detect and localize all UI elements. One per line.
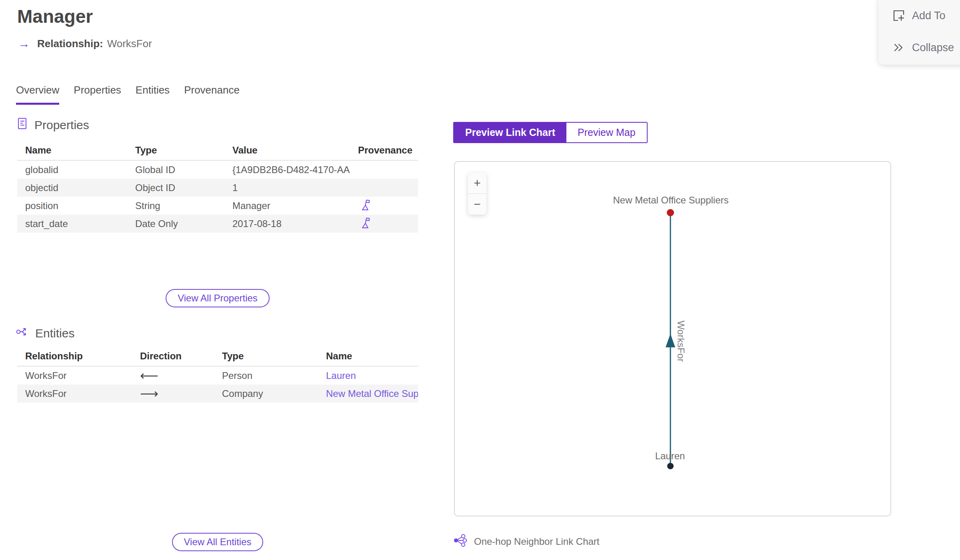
actions-panel: Add To Collapse [878,0,960,65]
prop-provenance [350,198,418,213]
properties-icon [16,117,29,133]
provenance-flag-icon[interactable] [360,216,372,231]
link-chart-panel: + − New Metal Office Suppliers WorksFor … [454,161,891,516]
prop-type: Date Only [127,218,224,229]
prop-type: Object ID [127,182,224,193]
prop-type: Global ID [127,164,224,175]
chart-caption: One-hop Neighbor Link Chart [453,534,600,549]
entities-icon [16,326,30,341]
node-label-top[interactable]: New Metal Office Suppliers [613,195,728,206]
edge-label[interactable]: WorksFor [675,321,686,362]
prop-value: {1A9DB2B6-D482-4170-AA... [224,164,350,175]
collapse-label: Collapse [912,42,954,54]
provenance-flag-icon[interactable] [360,198,372,213]
prop-value: 2017-08-18 [224,218,350,229]
direction-arrow-icon: ⟵ [132,368,214,383]
tab-entities[interactable]: Entities [136,84,170,105]
collapse-button[interactable]: Collapse [878,36,960,59]
node-label-bottom[interactable]: Lauren [655,450,685,462]
properties-table: Name Type Value Provenance globalid Glob… [17,141,418,233]
col-type: Type [127,145,224,156]
prop-name: globalid [17,164,127,175]
prop-name: position [17,200,127,211]
col-direction: Direction [132,351,214,362]
prop-value: Manager [224,200,350,211]
zoom-in-button[interactable]: + [468,173,486,193]
prop-name: objectid [17,182,127,193]
entities-section-heading: Entities [16,326,74,341]
entity-detail-page: Manager → Relationship: WorksFor Add To [0,0,960,560]
double-chevron-right-icon [891,40,906,55]
col-provenance: Provenance [350,145,418,156]
entities-heading-label: Entities [35,327,74,340]
prop-provenance [350,216,418,231]
page-title: Manager [17,6,93,27]
add-to-label: Add To [912,10,946,22]
link-chart-icon [453,534,468,549]
tab-overview[interactable]: Overview [16,84,59,105]
node-dot-company[interactable] [667,209,674,216]
preview-map-button[interactable]: Preview Map [566,123,647,142]
tab-provenance[interactable]: Provenance [184,84,240,105]
table-row: position String Manager [17,197,418,215]
ent-relationship: WorksFor [17,370,132,381]
prop-type: String [127,200,224,211]
view-all-entities-button[interactable]: View All Entities [172,533,264,551]
view-all-properties-button[interactable]: View All Properties [166,289,270,307]
ent-type: Person [214,370,318,381]
col-relationship: Relationship [17,351,132,362]
tab-bar: Overview Properties Entities Provenance [16,84,240,105]
properties-table-header: Name Type Value Provenance [17,141,418,161]
zoom-control: + − [468,173,486,215]
node-dot-person[interactable] [667,463,674,469]
breadcrumb: → Relationship: WorksFor [18,37,152,50]
table-row: objectid Object ID 1 [17,179,418,197]
chart-caption-label: One-hop Neighbor Link Chart [474,536,600,547]
entities-table-header: Relationship Direction Type Name [17,347,418,367]
relationship-arrow-icon: → [18,37,30,50]
tab-properties[interactable]: Properties [74,84,121,105]
preview-link-chart-button[interactable]: Preview Link Chart [454,123,566,142]
col-type: Type [214,351,318,362]
properties-heading-label: Properties [34,118,89,132]
ent-relationship: WorksFor [17,388,132,399]
properties-section-heading: Properties [16,117,89,133]
ent-type: Company [214,388,318,399]
relationship-label: Relationship: [37,38,103,50]
col-name: Name [318,351,418,362]
entity-link[interactable]: Lauren [318,370,418,381]
zoom-out-button[interactable]: − [468,194,486,215]
entities-table: Relationship Direction Type Name WorksFo… [17,347,418,403]
table-row: globalid Global ID {1A9DB2B6-D482-4170-A… [17,161,418,179]
direction-arrow-icon: ⟶ [132,386,214,401]
table-row: WorksFor ⟵ Person Lauren [17,367,418,385]
entity-link[interactable]: New Metal Office Sup... [318,388,418,399]
add-to-icon [891,8,906,23]
table-row: WorksFor ⟶ Company New Metal Office Sup.… [17,385,418,403]
prop-name: start_date [17,218,127,229]
add-to-button[interactable]: Add To [878,4,960,27]
prop-value: 1 [224,182,350,193]
relationship-value: WorksFor [107,38,152,50]
col-value: Value [224,145,350,156]
table-row: start_date Date Only 2017-08-18 [17,215,418,233]
preview-toggle: Preview Link Chart Preview Map [453,122,648,143]
col-name: Name [17,145,127,156]
